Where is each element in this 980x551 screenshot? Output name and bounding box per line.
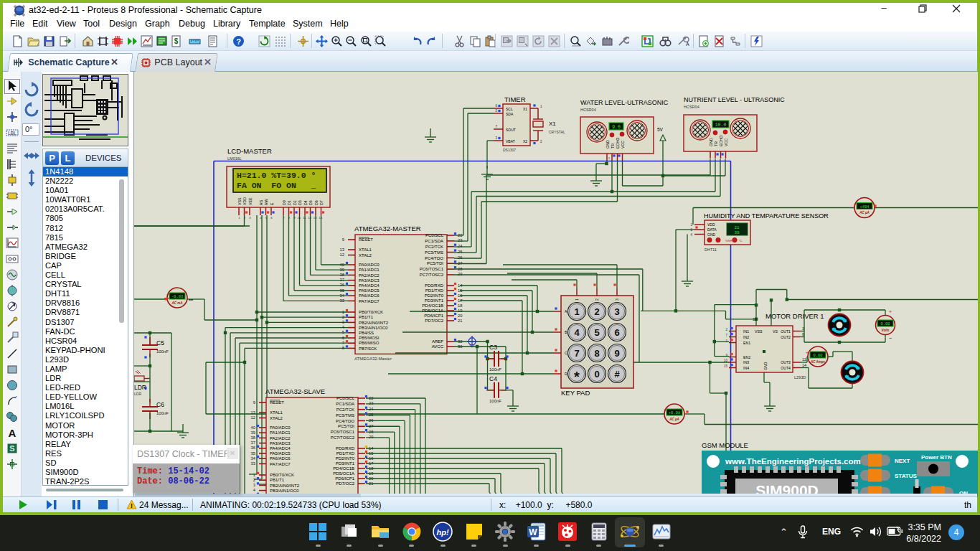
svg-text:LCD-MASTER: LCD-MASTER xyxy=(227,147,272,155)
svg-text:6: 6 xyxy=(614,327,619,338)
svg-text:16: 16 xyxy=(458,293,462,298)
svg-text:5: 5 xyxy=(342,330,344,334)
svg-text:12: 12 xyxy=(308,216,311,220)
svg-text:D1: D1 xyxy=(287,200,291,205)
svg-text:PA7/ADC7: PA7/ADC7 xyxy=(359,299,380,303)
svg-text:PA2/ADC2: PA2/ADC2 xyxy=(359,273,380,278)
svg-text:7: 7 xyxy=(574,348,579,359)
svg-text:VEE: VEE xyxy=(248,197,253,205)
svg-text:39: 39 xyxy=(734,230,740,235)
svg-text:D5: D5 xyxy=(308,200,313,205)
svg-text:VCC: VCC xyxy=(724,138,728,146)
svg-text:!: ! xyxy=(131,502,133,509)
svg-text:29: 29 xyxy=(369,435,373,439)
svg-text:34: 34 xyxy=(251,456,256,461)
svg-text:PC0/SCL: PC0/SCL xyxy=(336,396,355,400)
svg-text:12: 12 xyxy=(340,253,344,257)
svg-text:C: C xyxy=(565,351,567,355)
svg-text:OUT2: OUT2 xyxy=(781,335,791,339)
svg-text:+: + xyxy=(664,408,666,412)
svg-text:AC mA: AC mA xyxy=(171,301,182,305)
svg-text:RESET: RESET xyxy=(359,237,373,242)
svg-text:13: 13 xyxy=(340,248,344,252)
svg-text:IN4: IN4 xyxy=(743,366,749,370)
svg-text:29: 29 xyxy=(458,272,462,276)
svg-text:11: 11 xyxy=(303,216,306,220)
svg-text:0: 0 xyxy=(594,369,599,380)
svg-text:PD2/INT0: PD2/INT0 xyxy=(425,293,444,298)
svg-text:PB0/T0/XCK: PB0/T0/XCK xyxy=(359,310,383,314)
svg-text:100nF: 100nF xyxy=(489,399,501,403)
svg-text:PB0/T0/XCK: PB0/T0/XCK xyxy=(270,473,294,477)
svg-text:2: 2 xyxy=(253,478,255,482)
svg-text:28: 28 xyxy=(458,267,462,271)
svg-text:33: 33 xyxy=(251,461,255,466)
svg-text:PC5/TDI: PC5/TDI xyxy=(338,424,354,428)
svg-text:PD7/OC2: PD7/OC2 xyxy=(425,319,443,323)
svg-text:D: D xyxy=(565,372,567,376)
svg-text:ECHO: ECHO xyxy=(719,136,723,146)
svg-text:20: 20 xyxy=(458,314,462,318)
svg-text:26: 26 xyxy=(458,255,462,260)
svg-text:PD3/INT1: PD3/INT1 xyxy=(425,298,444,303)
svg-text:PD0/RXD: PD0/RXD xyxy=(425,283,444,288)
svg-text:OUT1: OUT1 xyxy=(781,329,791,334)
svg-text:-0.03: -0.03 xyxy=(171,294,184,299)
svg-text:10: 10 xyxy=(724,359,728,362)
svg-text:#: # xyxy=(614,369,620,380)
svg-text:PD3/INT1: PD3/INT1 xyxy=(336,461,355,466)
svg-text:AC µA: AC µA xyxy=(669,418,679,421)
svg-text:OUT3: OUT3 xyxy=(781,360,791,364)
svg-text:12: 12 xyxy=(251,415,255,420)
svg-text:24: 24 xyxy=(458,244,463,248)
svg-text:PB5/MOSI: PB5/MOSI xyxy=(359,336,380,340)
svg-text:D2: D2 xyxy=(293,200,297,205)
svg-text:KEY PAD: KEY PAD xyxy=(561,389,590,397)
svg-text:VDD: VDD xyxy=(242,197,247,205)
svg-text:PC2/TCK: PC2/TCK xyxy=(336,408,354,412)
svg-text:HCSR04: HCSR04 xyxy=(580,108,596,112)
svg-text:PD6/ICP1: PD6/ICP1 xyxy=(335,476,354,481)
svg-text:VBAT: VBAT xyxy=(506,139,515,143)
svg-text:FA ON FO ON _: FA ON FO ON _ xyxy=(237,181,316,190)
svg-text:PC6/TOSC1: PC6/TOSC1 xyxy=(331,430,355,434)
svg-text:PC5/TDI: PC5/TDI xyxy=(427,261,443,265)
svg-text:NEXT: NEXT xyxy=(895,458,910,464)
svg-text:38: 38 xyxy=(251,435,255,440)
svg-text:36: 36 xyxy=(340,283,344,287)
svg-text:DHT11: DHT11 xyxy=(705,248,717,252)
svg-text:%RH: %RH xyxy=(725,239,732,242)
svg-text:11: 11 xyxy=(802,357,806,362)
svg-text:+494: +494 xyxy=(859,204,870,209)
svg-text:D3: D3 xyxy=(298,200,302,205)
svg-text:ATMEGA32-SLAVE: ATMEGA32-SLAVE xyxy=(265,387,325,395)
svg-text:5V: 5V xyxy=(657,127,664,132)
svg-text:?: ? xyxy=(236,37,241,46)
svg-text:15: 15 xyxy=(724,364,728,368)
svg-text:+: + xyxy=(854,202,857,206)
svg-text:SOUT: SOUT xyxy=(506,128,516,132)
svg-text:ECHO: ECHO xyxy=(616,138,620,149)
svg-text:GND: GND xyxy=(763,362,768,370)
svg-text:1: 1 xyxy=(342,310,344,314)
svg-text:PD1/TXD: PD1/TXD xyxy=(336,451,355,456)
svg-text:3: 3 xyxy=(342,320,344,324)
svg-text:°C: °C xyxy=(739,239,743,242)
svg-text:X2: X2 xyxy=(523,139,527,143)
svg-text:MOTOR DRIVER 1: MOTOR DRIVER 1 xyxy=(765,312,824,320)
svg-text:100nF: 100nF xyxy=(156,349,169,354)
svg-text:PB7/SCK: PB7/SCK xyxy=(359,347,377,351)
svg-text:PA1/ADC1: PA1/ADC1 xyxy=(270,430,291,435)
svg-text:0.00: 0.00 xyxy=(813,353,822,358)
svg-text:0.00: 0.00 xyxy=(880,321,890,326)
svg-text:7: 7 xyxy=(342,341,344,345)
svg-text:2: 2 xyxy=(342,315,344,319)
svg-text:SCL: SCL xyxy=(506,107,513,111)
svg-text:PB2/AIN0/INT2: PB2/AIN0/INT2 xyxy=(359,321,389,325)
svg-text:PB1/T1: PB1/T1 xyxy=(359,315,374,319)
svg-text:14: 14 xyxy=(319,216,322,220)
svg-text:LBL: LBL xyxy=(8,131,17,136)
svg-text:2: 2 xyxy=(595,298,599,301)
svg-text:VSS: VSS xyxy=(237,197,242,205)
svg-text:37: 37 xyxy=(251,441,255,445)
